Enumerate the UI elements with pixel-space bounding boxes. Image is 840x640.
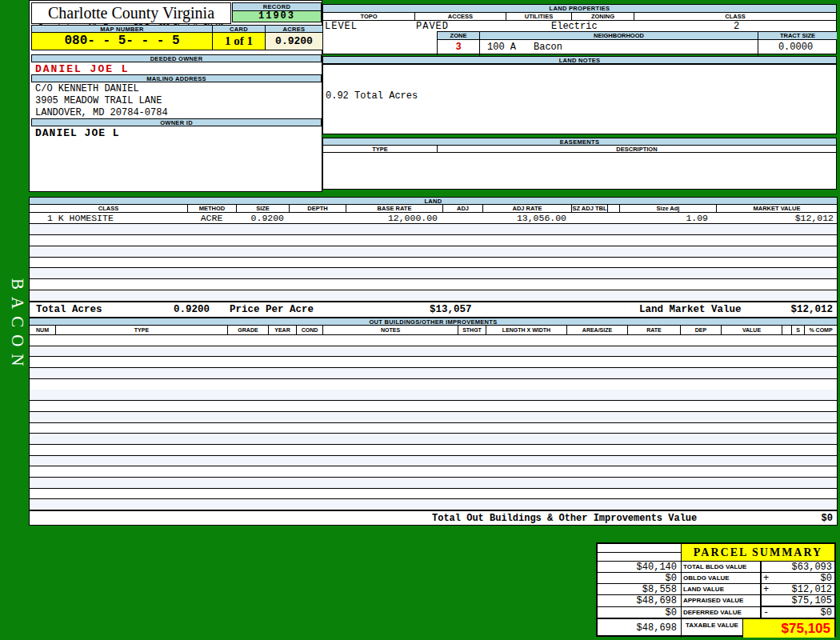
land-cell-size-adj: 1.09 — [619, 213, 716, 223]
land-cell-adj — [442, 213, 482, 223]
ob-col-num: NUM — [30, 326, 55, 334]
summary-row-taxable: $48,698 TAXABLE VALUE $75,105 — [598, 618, 834, 638]
land-col-market-value: MARKET VALUE — [716, 205, 837, 212]
land-market-value-label: Land Market Value — [639, 302, 742, 318]
out-buildings-total-label: Total Out Buildings & Other Improvements… — [432, 511, 697, 526]
price-per-acre-label: Price Per Acre — [230, 302, 314, 318]
parcel-summary-title: PARCEL SUMMARY — [682, 544, 834, 561]
owner-panel: Charlotte County Virginia Commissioner o… — [29, 0, 322, 192]
obldg-value-left: $0 — [598, 573, 682, 583]
address-line-2: 3905 MEADOW TRAIL LANE — [35, 95, 168, 107]
county-title: Charlotte County Virginia — [32, 4, 230, 22]
out-buildings-empty-rows — [29, 335, 838, 510]
owner-id-label: OWNER ID — [31, 118, 322, 126]
parcel-summary-spacer — [598, 544, 682, 561]
ob-col-length-width: LENGTH X WIDTH — [486, 326, 566, 334]
address-line-3: LANDOVER, MD 20784-0784 — [35, 107, 168, 119]
land-col-adj: ADJ — [442, 205, 482, 212]
total-bldg-value-label: TOTAL BLDG VALUE — [682, 562, 762, 572]
ob-col-s: S — [791, 326, 804, 334]
out-buildings-section: OUT BUILDINGS/OTHER IMPROVEMENTS NUM TYP… — [29, 318, 838, 526]
neighborhood-code: 100 A — [487, 42, 516, 53]
easement-description-label: DESCRIPTION — [437, 146, 836, 152]
zone-label: ZONE — [438, 32, 479, 39]
map-value-row: 080- - 5- - - 5 1 of 1 0.9200 — [31, 33, 323, 50]
card-value: 1 of 1 — [213, 33, 266, 50]
map-number-value: 080- - 5- - - 5 — [31, 33, 213, 50]
total-acres-value: 0.9200 — [174, 302, 210, 318]
access-value: PAVED — [416, 21, 449, 32]
land-value: $12,012 — [774, 584, 834, 594]
ob-col-rate: RATE — [627, 326, 680, 334]
land-empty-rows — [29, 224, 838, 302]
land-cell-method: ACRE — [187, 213, 236, 223]
land-col-size-adj: Size Adj — [619, 205, 716, 212]
land-col-method: METHOD — [187, 205, 236, 212]
neighborhood-name: Bacon — [534, 42, 562, 53]
map-number-label: MAP NUMBER — [31, 25, 213, 33]
land-col-sz-adj-tbl: SZ ADJ TBL — [571, 205, 607, 212]
ob-col-notes: NOTES — [322, 326, 458, 334]
land-properties-title: LAND PROPERTIES — [323, 5, 836, 13]
acres-value: 0.9200 — [266, 33, 323, 50]
land-cell-size: 0.9200 — [236, 213, 289, 223]
parcel-summary: PARCEL SUMMARY $40,140 TOTAL BLDG VALUE … — [596, 542, 836, 637]
zone-value: 3 — [438, 42, 479, 53]
land-cell-base-rate: 12,000.00 — [346, 213, 442, 223]
land-col-blank — [607, 205, 619, 212]
owner-id-value: DANIEL JOE L — [31, 127, 120, 139]
land-cell-adj-rate: 13,056.00 — [482, 213, 571, 223]
appraised-value-label: APPRAISED VALUE — [682, 595, 762, 606]
mailing-address: C/O KENNETH DANIEL 3905 MEADOW TRAIL LAN… — [35, 83, 168, 119]
out-buildings-title: OUT BUILDINGS/OTHER IMPROVEMENTS — [29, 318, 838, 326]
land-table-row: 1 K HOMESITE ACRE 0.9200 12,000.00 13,05… — [29, 213, 838, 224]
ob-col-year: YEAR — [268, 326, 296, 334]
land-value-left: $8,558 — [598, 584, 682, 594]
obldg-value-label: OBLDG VALUE — [682, 573, 762, 583]
deferred-value-label: DEFERRED VALUE — [682, 607, 762, 618]
land-col-class: CLASS — [30, 205, 187, 212]
topo-label: TOPO — [323, 13, 414, 20]
land-properties-box: LAND PROPERTIES TOPO ACCESS UTILITIES ZO… — [322, 4, 837, 54]
land-value-label: LAND VALUE — [682, 584, 762, 594]
summary-row-land: $8,558 LAND VALUE + $12,012 — [598, 583, 834, 594]
ob-col-grade: GRADE — [227, 326, 268, 334]
deeded-owner-value: DANIEL JOE L — [31, 63, 130, 75]
land-notes-box: 0.92 Total Acres — [322, 64, 837, 134]
ob-col-sthgt: STHGT — [458, 326, 486, 334]
appraised-value-left: $48,698 — [598, 595, 682, 606]
land-col-adj-rate: ADJ RATE — [482, 205, 571, 212]
land-notes-text: 0.92 Total Acres — [326, 90, 418, 102]
land-cell-class: 1 K HOMESITE — [30, 213, 187, 223]
total-bldg-value: $63,093 — [774, 562, 834, 572]
mailing-address-label: MAILING ADDRESS — [31, 74, 322, 82]
taxable-value-left: $48,698 — [598, 619, 682, 638]
card-label: CARD — [213, 25, 266, 33]
summary-row-obldg: $0 OBLDG VALUE + $0 — [598, 572, 834, 583]
utilities-label: UTILITIES — [506, 13, 571, 20]
deeded-owner-label: DEEDED OWNER — [31, 54, 322, 62]
land-col-size: SIZE — [236, 205, 289, 212]
out-buildings-header-row: NUM TYPE GRADE YEAR COND NOTES STHGT LEN… — [29, 326, 838, 335]
neighborhood-vertical-label: BACON — [3, 278, 27, 374]
land-notes-title: LAND NOTES — [322, 56, 837, 64]
property-record-card: BACON Charlotte County Virginia Commissi… — [0, 0, 840, 640]
zoning-label: ZONING — [571, 13, 634, 20]
easements-header-row: TYPE DESCRIPTION — [322, 146, 837, 153]
tract-size-label: TRACT SIZE — [758, 32, 837, 39]
summary-row-total-bldg: $40,140 TOTAL BLDG VALUE $63,093 — [598, 561, 834, 572]
land-totals-row: Total Acres 0.9200 Price Per Acre $13,05… — [29, 302, 838, 318]
obldg-value: $0 — [774, 573, 834, 583]
deferred-value: $0 — [774, 607, 834, 618]
class-value: 2 — [635, 21, 838, 32]
easements-content — [322, 153, 837, 190]
taxable-value: $75,105 — [743, 619, 834, 638]
easements-title: EASEMENTS — [322, 138, 837, 146]
total-acres-label: Total Acres — [36, 302, 102, 318]
land-cell-sz-adj-tbl — [571, 213, 607, 223]
appraised-value: $75,105 — [774, 595, 834, 606]
land-cell-market-value: $12,012 — [716, 213, 837, 223]
land-section: LAND CLASS METHOD SIZE DEPTH BASE RATE A… — [29, 197, 838, 318]
tract-size-value: 0.0000 — [758, 42, 834, 53]
land-market-value: $12,012 — [790, 302, 833, 318]
